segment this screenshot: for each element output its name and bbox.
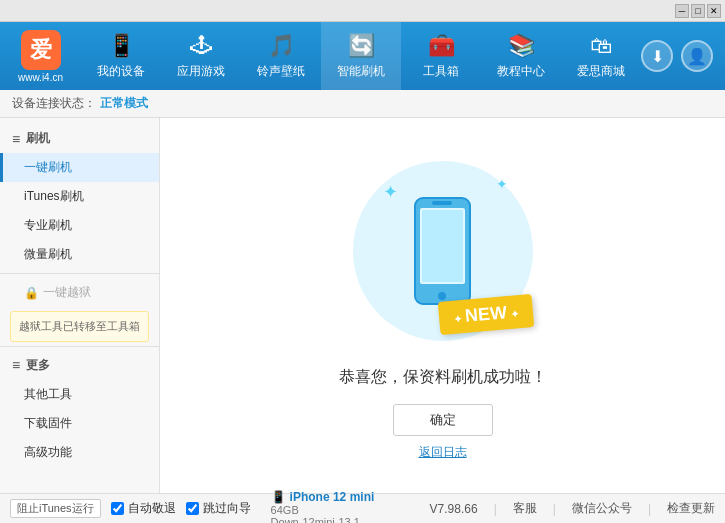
sidebar-divider-2 [0,346,159,347]
ringtones-icon: 🎵 [268,33,295,59]
sidebar-divider-1 [0,273,159,274]
auto-dismiss-checkbox-label[interactable]: 自动敬退 [111,500,176,517]
phone-svg [410,196,475,306]
sep-3: | [648,502,651,516]
tutorials-icon: 📚 [508,33,535,59]
sidebar-item-download-firmware[interactable]: 下载固件 [0,409,159,438]
download-button[interactable]: ⬇ [641,40,673,72]
nav-items: 📱 我的设备 🕹 应用游戏 🎵 铃声壁纸 🔄 智能刷机 🧰 工具箱 📚 教程中心… [81,22,641,90]
mall-icon: 🛍 [590,33,612,59]
device-name: 📱 iPhone 12 mini [271,490,375,504]
success-title: 恭喜您，保资料刷机成功啦！ [339,367,547,388]
more-section-header: ≡ 更多 [0,351,159,380]
sidebar-item-advanced[interactable]: 高级功能 [0,438,159,467]
close-button[interactable]: ✕ [707,4,721,18]
device-info: 📱 iPhone 12 mini 64GB Down-12mini-13,1 [271,490,375,524]
status-value: 正常模式 [100,95,148,112]
nav-item-smart-flash[interactable]: 🔄 智能刷机 [321,22,401,90]
status-label: 设备连接状态： [12,95,96,112]
bottom-bar: 阻止iTunes运行 自动敬退 跳过向导 📱 iPhone 12 mini 64… [0,493,725,523]
nav-item-smart-flash-label: 智能刷机 [337,63,385,80]
svg-point-3 [438,292,446,300]
lock-icon: 🔒 [24,286,39,300]
device-phone-icon: 📱 [271,490,286,504]
sidebar-item-itunes-flash[interactable]: iTunes刷机 [0,182,159,211]
maximize-button[interactable]: □ [691,4,705,18]
sidebar-warning-box: 越狱工具已转移至工具箱 [10,311,149,342]
sidebar-item-pro-flash[interactable]: 专业刷机 [0,211,159,240]
sidebar-item-one-key-flash[interactable]: 一键刷机 [0,153,159,182]
nav-item-toolbox-label: 工具箱 [423,63,459,80]
sidebar-item-jailbreak: 🔒 一键越狱 [0,278,159,307]
header: 爱 www.i4.cn 📱 我的设备 🕹 应用游戏 🎵 铃声壁纸 🔄 智能刷机 … [0,22,725,90]
sep-1: | [494,502,497,516]
nav-item-mall[interactable]: 🛍 爱思商城 [561,22,641,90]
smart-flash-icon: 🔄 [348,33,375,59]
svg-rect-2 [432,201,452,205]
auto-dismiss-label: 自动敬退 [128,500,176,517]
nav-item-my-device[interactable]: 📱 我的设备 [81,22,161,90]
customer-service-link[interactable]: 客服 [513,500,537,517]
nav-item-ringtones-label: 铃声壁纸 [257,63,305,80]
sparkle-tr-icon: ✦ [496,176,508,192]
logo-icon: 爱 [21,30,61,70]
logo-area[interactable]: 爱 www.i4.cn [0,22,81,90]
more-section-label: 更多 [26,357,50,374]
flash-section-label: 刷机 [26,130,50,147]
more-section-icon: ≡ [12,357,20,373]
sidebar-item-micro-flash[interactable]: 微量刷机 [0,240,159,269]
sparkle-tl-icon: ✦ [383,181,398,203]
check-update-link[interactable]: 检查更新 [667,500,715,517]
stop-itunes-button[interactable]: 阻止iTunes运行 [10,499,101,518]
minimize-button[interactable]: ─ [675,4,689,18]
nav-item-mall-label: 爱思商城 [577,63,625,80]
wechat-link[interactable]: 微信公众号 [572,500,632,517]
confirm-button[interactable]: 确定 [393,404,493,436]
skip-wizard-label: 跳过向导 [203,500,251,517]
window-controls[interactable]: ─ □ ✕ [675,4,721,18]
success-illustration: ✦ ✦ NEW [343,151,543,351]
back-link[interactable]: 返回日志 [419,444,467,461]
skip-wizard-checkbox[interactable] [186,502,199,515]
version-text: V7.98.66 [430,502,478,516]
apps-games-icon: 🕹 [190,33,212,59]
bottom-right: V7.98.66 | 客服 | 微信公众号 | 检查更新 [430,500,715,517]
sep-2: | [553,502,556,516]
device-storage: 64GB [271,504,375,516]
flash-section-header: ≡ 刷机 [0,124,159,153]
content-area: ✦ ✦ NEW 恭喜您，保资料刷机成功啦！ 确定 返回日志 [160,118,725,493]
nav-item-ringtones[interactable]: 🎵 铃声壁纸 [241,22,321,90]
nav-item-apps-games[interactable]: 🕹 应用游戏 [161,22,241,90]
status-bar: 设备连接状态： 正常模式 [0,90,725,118]
user-button[interactable]: 👤 [681,40,713,72]
svg-rect-4 [422,210,463,282]
nav-item-my-device-label: 我的设备 [97,63,145,80]
sidebar: ≡ 刷机 一键刷机 iTunes刷机 专业刷机 微量刷机 🔒 一键越狱 越狱工具… [0,118,160,493]
bottom-left: 阻止iTunes运行 自动敬退 跳过向导 📱 iPhone 12 mini 64… [10,490,374,524]
device-version: Down-12mini-13,1 [271,516,375,524]
nav-item-toolbox[interactable]: 🧰 工具箱 [401,22,481,90]
main-layout: ≡ 刷机 一键刷机 iTunes刷机 专业刷机 微量刷机 🔒 一键越狱 越狱工具… [0,118,725,493]
toolbox-icon: 🧰 [428,33,455,59]
nav-item-apps-games-label: 应用游戏 [177,63,225,80]
logo-text: www.i4.cn [18,72,63,83]
auto-dismiss-checkbox[interactable] [111,502,124,515]
nav-item-tutorials-label: 教程中心 [497,63,545,80]
sidebar-item-other-tools[interactable]: 其他工具 [0,380,159,409]
my-device-icon: 📱 [108,33,135,59]
nav-item-tutorials[interactable]: 📚 教程中心 [481,22,561,90]
flash-section-icon: ≡ [12,131,20,147]
nav-right: ⬇ 👤 [641,40,725,72]
skip-wizard-checkbox-label[interactable]: 跳过向导 [186,500,251,517]
title-bar: ─ □ ✕ [0,0,725,22]
